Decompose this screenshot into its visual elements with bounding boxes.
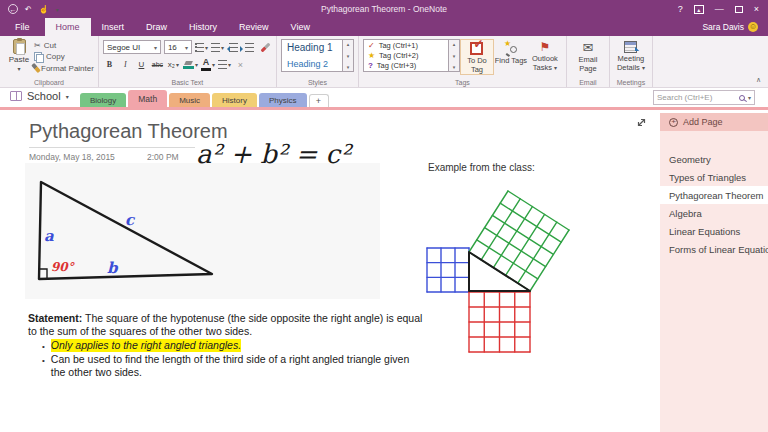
help-icon[interactable]: ? (678, 4, 683, 14)
paragraph-alignment-button[interactable]: ▾ (218, 58, 231, 71)
triangle-label-c: c (125, 211, 136, 229)
scissors-icon: ✂ (34, 41, 41, 50)
scroll-up-icon[interactable]: ▴ (453, 41, 456, 47)
paste-clipboard-icon (13, 39, 26, 54)
todo-checkbox-icon: ✓ (470, 42, 483, 55)
email-page-button[interactable]: ✉ Email Page (571, 39, 605, 73)
page-item-forms-of-linear-equations[interactable]: Forms of Linear Equations (660, 240, 768, 258)
expand-page-icon[interactable] (635, 116, 648, 129)
scroll-up-icon[interactable]: ▴ (347, 41, 350, 47)
outlook-tasks-button[interactable]: ⚑ Outlook Tasks ▾ (528, 39, 562, 72)
style-heading-2[interactable]: Heading 2 (287, 59, 337, 69)
page-canvas: Pythagorean Theorem Monday, May 18, 2015… (0, 113, 660, 432)
underline-button[interactable]: U (135, 58, 148, 71)
tag-todo-item[interactable]: ✓ Tag (Ctrl+1) (368, 41, 444, 50)
search-input[interactable]: Search (Ctrl+E) ▾ (653, 90, 755, 105)
paste-dropdown-icon[interactable]: ▾ (17, 65, 20, 72)
undo-icon[interactable]: ↶ (25, 5, 32, 14)
pythagoras-squares-drawing (420, 179, 590, 359)
italic-button[interactable]: I (119, 58, 132, 71)
title-bar: ← ↶ ☝ ▾ Pythagorean Theorem - OneNote ? … (0, 0, 768, 18)
account-menu[interactable]: Sara Davis ☺ (702, 18, 768, 36)
meeting-details-button[interactable]: Meeting Details ▾ (614, 39, 648, 72)
search-scope-dropdown-icon[interactable]: ▾ (748, 94, 751, 101)
increase-indent-button[interactable] (243, 41, 256, 54)
window-controls: ? ▴ — × (678, 4, 768, 14)
page-item-geometry[interactable]: Geometry (660, 150, 768, 168)
feedback-smiley-icon[interactable]: ☺ (748, 22, 758, 32)
page-item-pythagorean-theorem[interactable]: Pythagorean Theorem (660, 186, 768, 204)
tab-insert[interactable]: Insert (91, 18, 136, 36)
tag-question-item[interactable]: ? Tag (Ctrl+3) (368, 61, 444, 70)
decrease-indent-button[interactable] (227, 41, 240, 54)
numbering-button[interactable]: ▾ (211, 41, 224, 54)
page-item-algebra[interactable]: Algebra (660, 204, 768, 222)
bullet-item: • Can be used to find the length of the … (28, 353, 426, 379)
back-icon[interactable]: ← (8, 4, 18, 14)
clear-formatting-button[interactable]: × (234, 58, 247, 71)
ink-pen-button[interactable] (259, 41, 272, 54)
section-tab-biology[interactable]: Biology (80, 93, 126, 107)
font-size-combo[interactable]: 16 ▾ (164, 40, 192, 54)
tags-gallery: ✓ Tag (Ctrl+1) ★ Tag (Ctrl+2) ? Tag (Ctr… (363, 39, 449, 72)
section-tab-history[interactable]: History (212, 93, 257, 107)
group-email: ✉ Email Page Email (567, 36, 610, 87)
notebook-dropdown[interactable]: School ▾ (10, 90, 69, 102)
paste-button[interactable]: Paste ▾ (4, 39, 34, 72)
bold-button[interactable]: B (103, 58, 116, 71)
minimize-icon[interactable]: — (715, 4, 724, 14)
maximize-icon[interactable] (735, 6, 743, 13)
chevron-down-icon: ▾ (185, 44, 188, 51)
check-icon: ✓ (368, 41, 375, 50)
find-tags-icon: ★ (504, 41, 518, 55)
strikethrough-button[interactable]: abc (151, 58, 164, 71)
subscript-button[interactable]: x₂▾ (167, 58, 180, 71)
alignment-icon (218, 60, 227, 69)
gallery-more-icon[interactable]: ▾ (347, 64, 350, 70)
tab-review[interactable]: Review (228, 18, 280, 36)
section-tab-physics[interactable]: Physics (259, 93, 307, 107)
ribbon-display-options-icon[interactable]: ▴ (694, 5, 704, 14)
touch-mode-icon[interactable]: ☝ (39, 5, 49, 14)
gallery-more-icon[interactable]: ▾ (453, 64, 456, 70)
page-item-linear-equations[interactable]: Linear Equations (660, 222, 768, 240)
notebook-name: School (27, 90, 61, 102)
page-item-types-of-triangles[interactable]: Types of Triangles (660, 168, 768, 186)
chevron-down-icon: ▾ (66, 93, 69, 100)
group-tags: ✓ Tag (Ctrl+1) ★ Tag (Ctrl+2) ? Tag (Ctr… (359, 36, 567, 87)
tab-history[interactable]: History (178, 18, 228, 36)
add-section-button[interactable]: + (309, 94, 329, 107)
find-tags-button[interactable]: ★ Find Tags (494, 39, 528, 66)
style-heading-1[interactable]: Heading 1 (287, 42, 337, 53)
tab-file[interactable]: File (0, 18, 45, 36)
copy-button[interactable]: Copy (34, 52, 94, 61)
font-color-button[interactable]: A▾ (201, 58, 215, 71)
group-label-basic-text: Basic Text (99, 79, 276, 86)
add-page-button[interactable]: + Add Page (660, 113, 768, 131)
collapse-ribbon-icon[interactable]: ∧ (756, 76, 761, 84)
section-tab-music[interactable]: Music (169, 93, 210, 107)
section-tab-math[interactable]: Math (128, 90, 167, 107)
bullets-button[interactable]: ▾ (195, 41, 208, 54)
tag-important-item[interactable]: ★ Tag (Ctrl+2) (368, 51, 444, 60)
close-icon[interactable]: × (754, 4, 759, 14)
scroll-down-icon[interactable]: ▾ (347, 53, 350, 59)
tab-home[interactable]: Home (45, 18, 91, 36)
question-icon: ? (368, 61, 373, 70)
search-icon (739, 95, 745, 101)
chevron-down-icon: ▾ (154, 44, 157, 51)
scroll-down-icon[interactable]: ▾ (453, 53, 456, 59)
flag-icon: ⚑ (540, 41, 551, 53)
format-painter-button[interactable]: Format Painter (34, 63, 94, 73)
highlight-button[interactable]: ▾ (183, 58, 198, 71)
cut-button[interactable]: ✂ Cut (34, 41, 94, 50)
tab-view[interactable]: View (280, 18, 321, 36)
group-label-email: Email (567, 79, 609, 86)
bullet-item: • Only applies to the right angled trian… (28, 339, 426, 353)
tab-draw[interactable]: Draw (135, 18, 178, 36)
triangle-label-angle: 90° (51, 260, 75, 274)
user-name: Sara Davis (702, 22, 744, 32)
font-name-combo[interactable]: Segoe UI ▾ (103, 40, 161, 54)
todo-tag-button[interactable]: ✓ To Do Tag (460, 39, 494, 75)
customize-qat-icon[interactable]: ▾ (56, 6, 59, 13)
